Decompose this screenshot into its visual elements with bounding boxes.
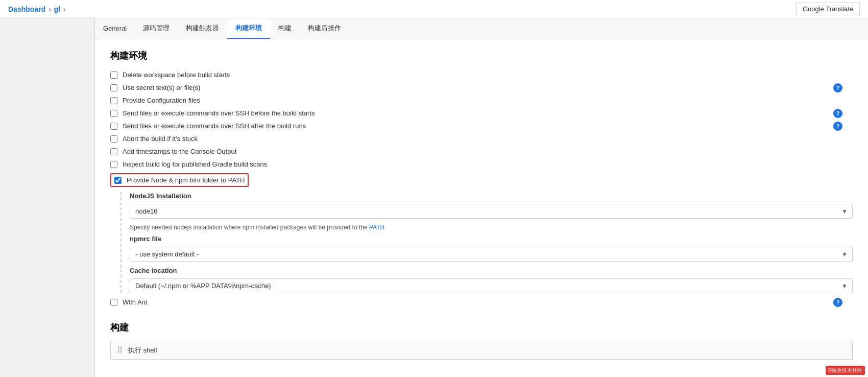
- build-env-section: 构建环境 Delete workspace before build start…: [95, 39, 868, 316]
- nodejs-checkbox-label[interactable]: Provide Node & npm bin/ folder to PATH: [127, 176, 245, 184]
- with-ant-row: With Ant ?: [110, 298, 853, 306]
- top-bar: Dashboard › gl › Google Translate: [0, 0, 868, 18]
- nodejs-sub-section: NodeJS Installation node16 ▼ Specify nee…: [120, 192, 853, 293]
- help-icon-3[interactable]: ?: [833, 109, 842, 118]
- checkbox-row-6: Add timestamps to the Console Output: [110, 148, 853, 155]
- checkbox-label-4[interactable]: Send files or execute commands over SSH …: [123, 122, 306, 130]
- checkbox-config[interactable]: [110, 97, 117, 104]
- checkbox-label-3[interactable]: Send files or execute commands over SSH …: [123, 109, 315, 117]
- npmrc-select[interactable]: - use system default -: [130, 247, 853, 262]
- tabs-bar: General 源码管理 构建触发器 构建环境 构建 构建后操作: [95, 18, 868, 39]
- checkbox-label-0[interactable]: Delete workspace before build starts: [123, 71, 230, 79]
- nodejs-hint-text: Specify needed nodejs installation where…: [130, 224, 853, 231]
- tab-build-env[interactable]: 构建环境: [227, 18, 270, 39]
- checkbox-row-4: Send files or execute commands over SSH …: [110, 122, 853, 130]
- breadcrumb-item-gl[interactable]: gl: [54, 5, 60, 13]
- build-env-title: 构建环境: [110, 50, 853, 62]
- tab-post-build[interactable]: 构建后操作: [300, 18, 349, 39]
- breadcrumb: Dashboard › gl ›: [8, 5, 66, 13]
- checkbox-row-2: Provide Configuration files: [110, 97, 853, 104]
- checkbox-ssh-after[interactable]: [110, 123, 117, 130]
- tab-build[interactable]: 构建: [270, 18, 300, 39]
- cache-dropdown-wrapper: Default (~/.npm or %APP DATA%\npm-cache)…: [130, 278, 853, 293]
- checkbox-row-0: Delete workspace before build starts: [110, 71, 853, 79]
- sidebar: [0, 18, 94, 377]
- exec-shell-label: 执行 shell: [128, 346, 157, 355]
- build-title: 构建: [110, 321, 853, 334]
- drag-handle-icon: ⠿: [117, 345, 123, 355]
- checkbox-abort-stuck[interactable]: [110, 135, 117, 143]
- checkbox-row-1: Use secret text(s) or file(s) ?: [110, 84, 853, 91]
- exec-shell-row: ⠿ 执行 shell: [110, 341, 853, 360]
- tab-trigger[interactable]: 构建触发器: [178, 18, 227, 39]
- tab-general[interactable]: General: [95, 18, 135, 39]
- checkbox-label-2[interactable]: Provide Configuration files: [123, 97, 200, 104]
- with-ant-label[interactable]: With Ant: [123, 298, 147, 306]
- checkbox-row-7: Inspect build log for published Gradle b…: [110, 160, 853, 168]
- checkbox-secret[interactable]: [110, 84, 117, 91]
- help-icon-1[interactable]: ?: [833, 83, 842, 92]
- build-section: 构建 ⠿ 执行 shell: [95, 316, 868, 370]
- nodejs-installation-select[interactable]: node16: [130, 204, 853, 219]
- checkbox-label-5[interactable]: Abort the build if it's stuck: [123, 135, 198, 143]
- checkbox-label-1[interactable]: Use secret text(s) or file(s): [123, 84, 200, 91]
- npmrc-label: npmrc file: [130, 235, 853, 243]
- checkbox-delete-workspace[interactable]: [110, 72, 117, 79]
- help-icon-with-ant[interactable]: ?: [833, 298, 842, 307]
- watermark: ©掘金技术社区: [826, 366, 865, 375]
- checkbox-with-ant[interactable]: [110, 299, 117, 306]
- tab-source[interactable]: 源码管理: [135, 18, 178, 39]
- nodejs-installation-dropdown-wrapper: node16 ▼: [130, 204, 853, 219]
- checkbox-row-3: Send files or execute commands over SSH …: [110, 109, 853, 117]
- checkbox-nodejs-path[interactable]: [114, 177, 122, 184]
- checkbox-label-6[interactable]: Add timestamps to the Console Output: [123, 148, 236, 155]
- breadcrumb-sep2: ›: [63, 5, 66, 13]
- npmrc-dropdown-wrapper: - use system default - ▼: [130, 247, 853, 262]
- checkbox-ssh-before[interactable]: [110, 110, 117, 117]
- google-translate-button[interactable]: Google Translate: [796, 3, 860, 15]
- checkbox-label-7[interactable]: Inspect build log for published Gradle b…: [123, 160, 267, 168]
- cache-select[interactable]: Default (~/.npm or %APP DATA%\npm-cache): [130, 278, 853, 293]
- checkbox-gradle[interactable]: [110, 161, 117, 168]
- cache-label: Cache location: [130, 267, 853, 274]
- nodejs-checkbox-row: Provide Node & npm bin/ folder to PATH: [110, 173, 249, 187]
- nodejs-installation-label: NodeJS Installation: [130, 192, 853, 200]
- breadcrumb-sep1: ›: [49, 5, 51, 13]
- path-link[interactable]: PATH: [369, 224, 384, 231]
- main-content: General 源码管理 构建触发器 构建环境 构建 构建后操作 构建环境 De…: [94, 18, 868, 377]
- help-icon-4[interactable]: ?: [833, 122, 842, 131]
- checkbox-timestamps[interactable]: [110, 148, 117, 155]
- breadcrumb-dashboard[interactable]: Dashboard: [8, 5, 45, 13]
- checkbox-row-5: Abort the build if it's stuck: [110, 135, 853, 143]
